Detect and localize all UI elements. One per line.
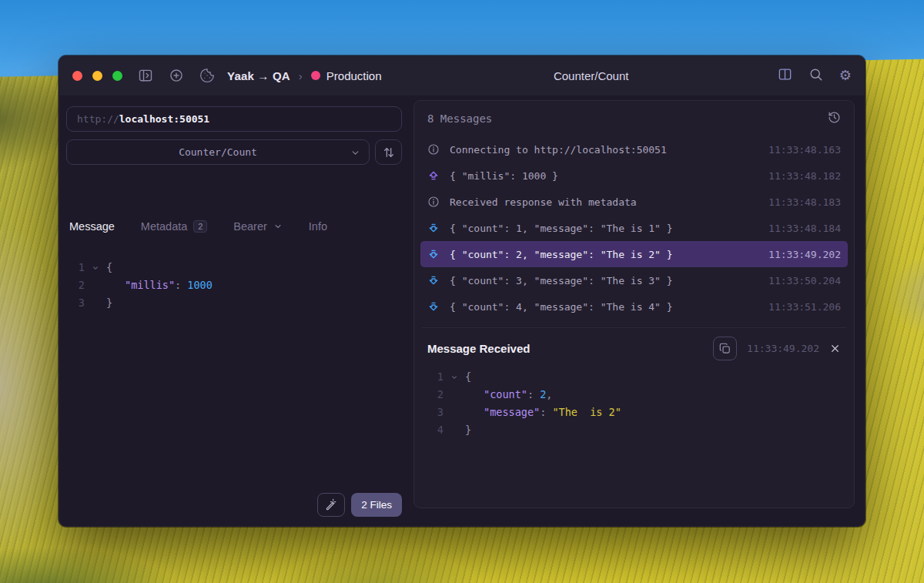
magic-wand-icon <box>325 498 338 511</box>
code-token: "The is 2" <box>552 406 621 418</box>
received-icon <box>427 222 440 235</box>
message-row-selected[interactable]: { "count": 2, "message": "The is 2" } 11… <box>420 241 848 267</box>
request-tabs: Message Metadata 2 Bearer Info <box>69 220 327 233</box>
files-button-label: 2 Files <box>361 499 392 511</box>
cookie-icon[interactable] <box>199 68 215 83</box>
message-row[interactable]: Connecting to http://localhost:50051 11:… <box>420 136 848 163</box>
message-time: 11:33:51.206 <box>768 301 841 313</box>
code-token: "message" <box>484 406 540 418</box>
message-text: Received response with metadata <box>450 196 637 208</box>
message-time: 11:33:48.163 <box>768 144 841 156</box>
grpc-method-select[interactable]: Counter/Count <box>66 139 370 165</box>
editor-line: 2 "count": 2, <box>420 386 848 404</box>
search-icon[interactable] <box>808 67 823 85</box>
close-icon[interactable] <box>829 343 841 354</box>
url-host: localhost:50051 <box>119 113 209 125</box>
line-number: 1 <box>68 259 85 276</box>
editor-line: 2 "millis": 1000 <box>59 276 213 294</box>
info-icon <box>427 196 440 209</box>
editor-line: 1 { <box>59 259 213 276</box>
code-token: 1000 <box>187 279 213 291</box>
format-wand-button[interactable] <box>317 493 345 517</box>
message-text: { "count": 2, "message": "The is 2" } <box>450 249 673 260</box>
tab-info-label: Info <box>309 220 327 233</box>
close-window-button[interactable] <box>72 71 82 81</box>
code-token: } <box>465 421 471 439</box>
message-row[interactable]: { "millis": 1000 } 11:33:48.182 <box>420 163 848 189</box>
code-token: : <box>175 279 187 291</box>
environment-selector[interactable]: Production <box>311 69 382 82</box>
line-number: 3 <box>68 294 85 312</box>
titlebar: Yaak → QA › Production Counter/Count ⚙ <box>59 55 865 95</box>
chevron-down-icon <box>273 222 283 231</box>
message-text: { "count": 3, "message": "The is 3" } <box>450 275 673 286</box>
url-scheme: http:// <box>77 113 119 125</box>
message-text: { "count": 4, "message": "The is 4" } <box>450 301 673 313</box>
message-time: 11:33:50.204 <box>768 275 841 286</box>
copy-icon <box>719 343 731 354</box>
message-text: Connecting to http://localhost:50051 <box>450 144 667 156</box>
received-icon <box>427 248 440 261</box>
received-icon <box>427 300 440 313</box>
minimize-window-button[interactable] <box>92 71 102 81</box>
grpc-method-value: Counter/Count <box>179 146 257 158</box>
message-row[interactable]: Received response with metadata 11:33:48… <box>420 189 848 215</box>
code-token: : <box>527 388 540 400</box>
code-token: } <box>106 294 112 312</box>
history-icon[interactable] <box>828 111 841 127</box>
window-title: Counter/Count <box>554 69 629 82</box>
request-pane: http://localhost:50051 Counter/Count <box>59 95 413 527</box>
zoom-window-button[interactable] <box>112 71 122 81</box>
workspace-breadcrumb[interactable]: Yaak → QA <box>227 69 290 82</box>
message-row[interactable]: { "count": 1, "message": "The is 1" } 11… <box>420 215 848 241</box>
line-number: 4 <box>427 421 444 439</box>
tab-bearer-label: Bearer <box>233 220 267 233</box>
url-input[interactable]: http://localhost:50051 <box>66 106 402 132</box>
code-token: "count" <box>484 388 527 400</box>
yaak-app-window: Yaak → QA › Production Counter/Count ⚙ <box>59 55 865 527</box>
files-button[interactable]: 2 Files <box>351 493 402 517</box>
message-row[interactable]: { "count": 3, "message": "The is 3" } 11… <box>420 267 848 293</box>
environment-label: Production <box>326 69 382 82</box>
editor-line: 3 "message": "The is 2" <box>420 404 848 421</box>
message-row[interactable]: { "count": 4, "message": "The is 4" } 11… <box>420 293 848 320</box>
message-received-title: Message Received <box>427 342 530 355</box>
chevron-down-icon <box>350 148 360 160</box>
line-number: 1 <box>427 368 444 386</box>
fold-chevron-icon[interactable] <box>85 259 106 276</box>
message-text: { "millis": 1000 } <box>450 170 558 182</box>
message-time: 11:33:48.184 <box>768 223 841 234</box>
arrow-up-down-icon <box>383 146 395 159</box>
editor-line: 3 } <box>59 294 213 312</box>
traffic-lights <box>72 71 122 81</box>
new-request-icon[interactable] <box>169 68 184 83</box>
fold-chevron-icon[interactable] <box>444 368 465 386</box>
sent-icon <box>427 169 440 183</box>
response-body-editor[interactable]: 1 { 2 "count": 2, 3 "message": "The is 2… <box>420 368 848 439</box>
message-text: { "count": 1, "message": "The is 1" } <box>450 223 673 234</box>
message-time: 11:33:49.202 <box>768 249 841 260</box>
code-token: { <box>465 368 471 386</box>
tab-metadata-label: Metadata <box>141 220 187 233</box>
tab-info[interactable]: Info <box>309 220 327 233</box>
settings-gear-icon[interactable]: ⚙ <box>839 69 852 82</box>
line-number: 3 <box>427 404 444 421</box>
line-number: 2 <box>68 276 85 294</box>
request-body-editor[interactable]: 1 { 2 "millis": 1000 3 } <box>59 259 213 312</box>
layout-columns-icon[interactable] <box>778 67 792 85</box>
toggle-sidebar-icon[interactable] <box>138 68 153 83</box>
message-time: 11:33:48.182 <box>768 170 841 182</box>
code-token: : <box>540 406 552 418</box>
code-token: "millis" <box>125 279 175 291</box>
tab-metadata[interactable]: Metadata 2 <box>141 220 207 233</box>
code-token: { <box>106 259 112 276</box>
tab-message[interactable]: Message <box>69 220 115 233</box>
message-time: 11:33:48.183 <box>768 196 841 208</box>
environment-dot-icon <box>311 71 320 80</box>
info-icon <box>427 143 440 156</box>
code-token: , <box>546 388 552 400</box>
tab-bearer[interactable]: Bearer <box>233 220 283 233</box>
line-number: 2 <box>427 386 444 404</box>
copy-button[interactable] <box>713 337 737 360</box>
reflection-sort-button[interactable] <box>375 139 402 165</box>
